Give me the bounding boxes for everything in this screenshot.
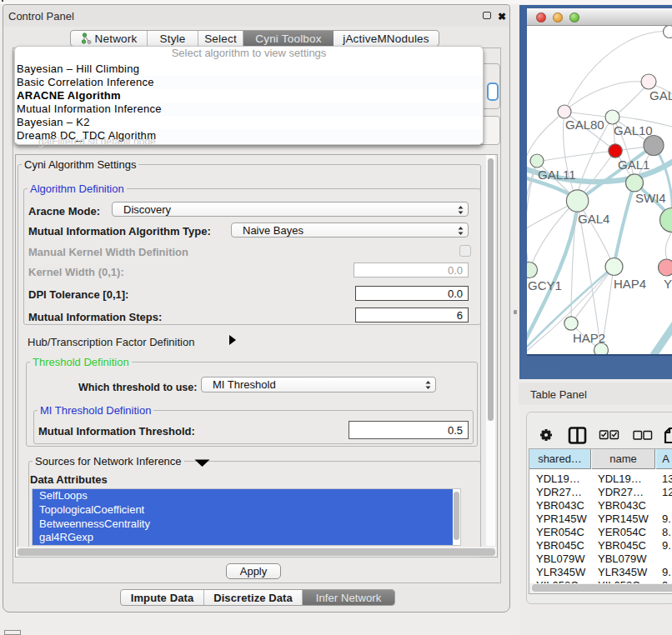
- svg-text:GAL1: GAL1: [618, 158, 649, 172]
- svg-text:Y: Y: [664, 277, 672, 291]
- svg-text:SWI4: SWI4: [635, 191, 666, 205]
- svg-text:GAL80: GAL80: [565, 118, 604, 132]
- svg-text:HAP2: HAP2: [573, 331, 605, 345]
- svg-text:GAL10: GAL10: [614, 123, 653, 138]
- svg-text:HAP4: HAP4: [614, 277, 646, 291]
- svg-text:GAL4: GAL4: [578, 212, 609, 226]
- svg-text:GAL11: GAL11: [538, 168, 576, 182]
- svg-text:GAL7: GAL7: [649, 88, 672, 102]
- svg-text:GCY1: GCY1: [528, 278, 562, 292]
